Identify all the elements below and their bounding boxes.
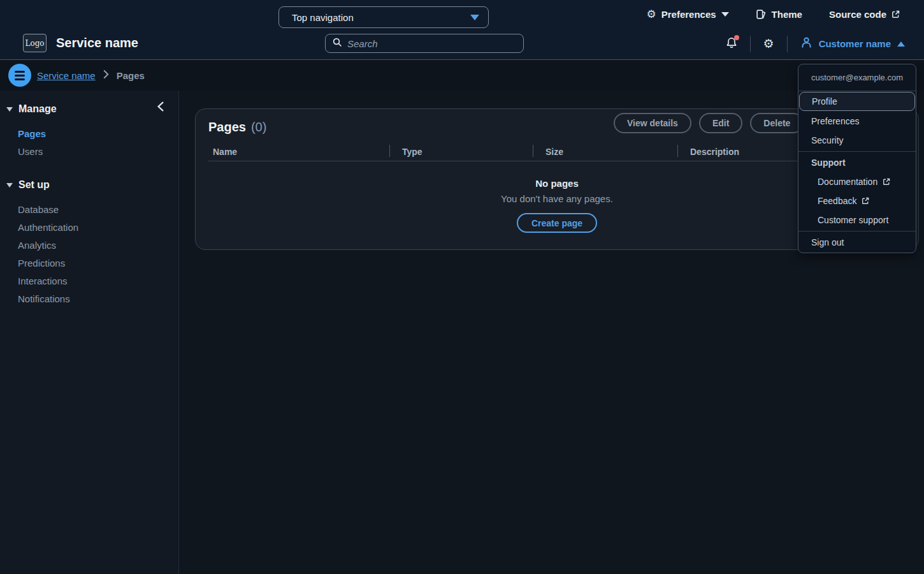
menu-divider (798, 151, 916, 152)
header-divider (787, 36, 788, 52)
menu-hamburger-button[interactable] (8, 64, 31, 87)
service-title: Service name (56, 36, 138, 50)
search-box[interactable] (325, 34, 524, 53)
header-utilities: ⚙ Customer name (726, 28, 905, 59)
menu-section-support: Support (798, 153, 916, 172)
preferences-label: Preferences (661, 9, 716, 20)
source-code-link[interactable]: Source code (829, 9, 900, 20)
sidebar-section-manage-header[interactable]: Manage (0, 102, 178, 116)
sidebar-item-pages[interactable]: Pages (0, 124, 178, 142)
edit-button[interactable]: Edit (699, 113, 742, 133)
caret-down-icon (470, 15, 479, 20)
top-navigation-select-label: Top navigation (292, 12, 470, 23)
breadcrumb: Service name Pages (37, 60, 145, 91)
menu-item-feedback[interactable]: Feedback (798, 191, 916, 210)
gear-icon: ⚙ (646, 9, 656, 20)
sidebar-item-database[interactable]: Database (0, 200, 178, 218)
sidebar-item-notifications[interactable]: Notifications (0, 290, 178, 307)
menu-item-documentation[interactable]: Documentation (798, 172, 916, 191)
sidebar-item-predictions[interactable]: Predictions (0, 254, 178, 272)
header-divider (750, 36, 751, 52)
side-navigation: Manage Pages Users Set up Database Authe… (0, 91, 179, 574)
menu-divider (798, 231, 916, 232)
table-actions: View details Edit Delete (614, 113, 804, 133)
menu-item-profile[interactable]: Profile (799, 92, 915, 111)
breadcrumb-link-service[interactable]: Service name (37, 70, 96, 81)
section-title: Manage (18, 103, 57, 115)
delete-button[interactable]: Delete (750, 113, 804, 133)
logo: Logo (23, 34, 47, 52)
customer-name-label: Customer name (819, 38, 891, 49)
column-header-name: Name (208, 142, 389, 161)
search-input[interactable] (347, 38, 517, 49)
sidebar-item-interactions[interactable]: Interactions (0, 272, 178, 290)
breadcrumb-chevron-icon (103, 70, 109, 81)
collapse-sidebar-button[interactable] (157, 101, 164, 112)
user-email: customer@example.com (798, 64, 916, 91)
sidebar-section-setup-header[interactable]: Set up (0, 178, 178, 192)
breadcrumb-current: Pages (117, 70, 145, 81)
view-details-button[interactable]: View details (614, 113, 691, 133)
user-avatar-icon (800, 36, 812, 51)
search-icon (332, 37, 342, 50)
menu-item-label: Documentation (818, 177, 877, 187)
page-title: Pages (208, 120, 246, 135)
service-header: Logo Service name ⚙ (0, 28, 924, 59)
caret-down-icon (721, 12, 729, 17)
column-header-type: Type (389, 142, 533, 161)
empty-state-description: You don't have any pages. (501, 193, 613, 204)
menu-item-sign-out[interactable]: Sign out (798, 233, 916, 252)
source-code-label: Source code (829, 9, 886, 20)
preferences-menu-trigger[interactable]: ⚙ Preferences (646, 9, 728, 20)
theme-label: Theme (772, 9, 802, 20)
settings-button[interactable]: ⚙ (763, 38, 774, 50)
theme-icon (756, 9, 767, 20)
sidebar-item-analytics[interactable]: Analytics (0, 236, 178, 254)
customer-dropdown-menu: customer@example.com Profile Preferences… (798, 64, 916, 253)
top-navigation-select[interactable]: Top navigation (278, 6, 489, 28)
menu-item-preferences[interactable]: Preferences (798, 112, 916, 131)
menu-item-customer-support[interactable]: Customer support (798, 210, 916, 230)
top-bar-utilities: ⚙ Preferences Theme Source code (646, 0, 900, 28)
customer-menu-trigger[interactable]: Customer name (800, 36, 905, 51)
caret-up-icon (897, 41, 905, 47)
section-caret-icon (6, 107, 13, 112)
empty-state-title: No pages (535, 178, 579, 189)
external-link-icon (883, 178, 890, 186)
menu-item-security[interactable]: Security (798, 131, 916, 150)
logo-label: Logo (25, 39, 44, 48)
section-title: Set up (18, 179, 50, 191)
sidebar-item-users[interactable]: Users (0, 142, 178, 160)
column-header-size: Size (533, 142, 677, 161)
section-caret-icon (6, 183, 13, 188)
sidebar-section-setup: Set up Database Authentication Analytics… (0, 178, 178, 307)
notification-badge-dot (734, 35, 739, 40)
top-bar: Top navigation ⚙ Preferences Theme Sourc… (0, 0, 924, 60)
sidebar-item-authentication[interactable]: Authentication (0, 218, 178, 236)
breadcrumb-bar: Service name Pages (0, 60, 924, 91)
sidebar-section-manage: Manage Pages Users (0, 102, 178, 160)
item-count: (0) (251, 120, 266, 135)
notifications-button[interactable] (726, 37, 737, 51)
gear-icon: ⚙ (763, 38, 774, 50)
theme-button[interactable]: Theme (756, 9, 802, 20)
external-link-icon (862, 197, 869, 205)
create-page-button[interactable]: Create page (517, 213, 597, 233)
menu-item-label: Feedback (818, 196, 856, 206)
external-link-icon (892, 10, 900, 18)
